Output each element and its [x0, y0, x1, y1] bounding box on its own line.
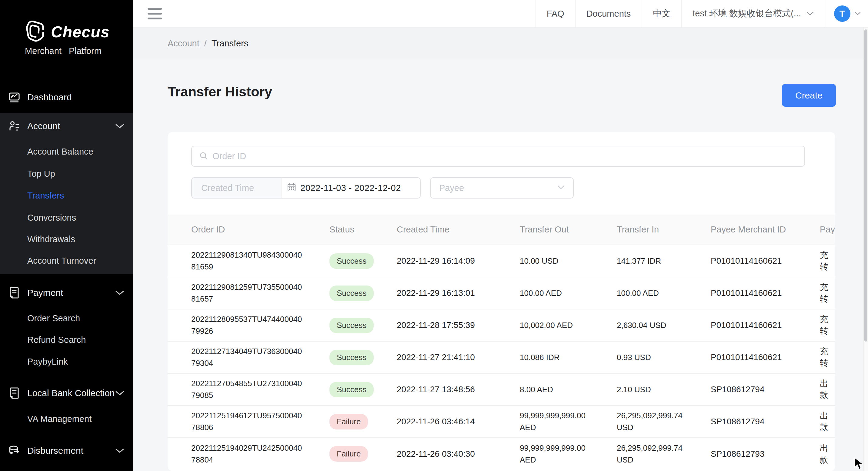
- cell-created-time: 2022-11-26 03:40:30: [388, 438, 509, 470]
- page-title: Transfer History: [167, 84, 272, 100]
- search-icon: [199, 151, 208, 161]
- cell-order-id: 20221128095537TU47440004079926: [167, 309, 319, 341]
- cell-transfer-in: 26,295,092,999.74 USD: [607, 406, 704, 438]
- cell-created-time: 2022-11-27 21:41:10: [388, 341, 509, 373]
- cell-transfer-in: 2.10 USD: [607, 373, 704, 406]
- main-content: Transfer History Create Order ID Created…: [133, 59, 868, 471]
- sidebar-item-withdrawals[interactable]: Withdrawals: [0, 229, 133, 249]
- table-row[interactable]: 20221129081259TU73550004081657 Success 2…: [167, 277, 835, 309]
- cell-transfer-out: 8.00 AED: [509, 373, 607, 406]
- cell-payee-merchant-id: SP108612793: [704, 438, 812, 470]
- payment-document-icon: [8, 286, 21, 299]
- breadcrumb-transfers: Transfers: [212, 38, 248, 48]
- transfers-table: Order ID Status Created Time Transfer Ou…: [167, 215, 835, 470]
- payee-select[interactable]: Payee: [430, 177, 574, 198]
- date-range-field[interactable]: 2022-11-03 - 2022-12-02: [282, 178, 420, 198]
- breadcrumb-band: Account / Transfers: [133, 28, 868, 59]
- table-row[interactable]: 20221128095537TU47440004079926 Success 2…: [167, 309, 835, 341]
- cell-transfer-in: 2,630.04 USD: [607, 309, 704, 341]
- sidebar-item-order-search[interactable]: Order Search: [0, 309, 133, 328]
- cell-created-time: 2022-11-29 16:13:01: [388, 277, 509, 309]
- sidebar-item-account-turnover[interactable]: Account Turnover: [0, 251, 133, 270]
- sidebar-item-dashboard[interactable]: Dashboard: [0, 88, 133, 107]
- sidebar-item-disbursement[interactable]: Disbursement: [0, 441, 133, 461]
- payee-placeholder: Payee: [439, 183, 557, 193]
- chevron-down-icon: [806, 11, 814, 16]
- account-icon: [8, 120, 21, 132]
- cell-order-id: 20221127054855TU27310004079085: [167, 373, 319, 406]
- status-badge: Success: [330, 350, 374, 365]
- cell-payee-type: 充转: [812, 277, 835, 309]
- sidebar-item-local-bank-collection[interactable]: Local Bank Collection: [0, 383, 133, 403]
- chevron-down-icon: [115, 290, 124, 295]
- table-row[interactable]: 20221127134049TU73630004079304 Success 2…: [167, 341, 835, 373]
- cell-transfer-in: 141.377 IDR: [607, 245, 704, 277]
- cell-transfer-out: 10.00 USD: [509, 245, 607, 277]
- table-row[interactable]: 20221129081340TU98430004081659 Success 2…: [167, 245, 835, 277]
- col-payee-merchant-id: Payee Merchant ID: [704, 215, 812, 245]
- table-header-row: Order ID Status Created Time Transfer Ou…: [167, 215, 835, 245]
- table-row[interactable]: 20221125194029TU24250004078804 Failure 2…: [167, 438, 835, 470]
- cell-payee-type: 充转: [812, 341, 835, 373]
- cell-payee-type: 出款: [812, 373, 835, 406]
- sidebar-item-transfers[interactable]: Transfers: [0, 186, 133, 205]
- col-transfer-out: Transfer Out: [509, 215, 607, 245]
- breadcrumb: Account / Transfers: [167, 38, 248, 48]
- mouse-cursor: [854, 457, 867, 471]
- cell-payee-merchant-id: P01010114160621: [704, 309, 812, 341]
- cell-transfer-in: 26,295,092,999.74 USD: [607, 438, 704, 470]
- status-badge: Failure: [330, 446, 368, 462]
- sidebar-item-va-management[interactable]: VA Management: [0, 409, 133, 429]
- cell-transfer-in: 0.93 USD: [607, 341, 704, 373]
- page-scrollbar[interactable]: [864, 28, 868, 471]
- col-order-id: Order ID: [167, 215, 319, 245]
- create-button[interactable]: Create: [782, 84, 836, 107]
- chevron-down-icon: [115, 391, 124, 396]
- sidebar-item-account-balance[interactable]: Account Balance: [0, 142, 133, 161]
- calendar-icon: [287, 183, 296, 193]
- scrollbar-thumb[interactable]: [864, 29, 867, 342]
- cell-payee-merchant-id: P01010114160621: [704, 341, 812, 373]
- nav-faq[interactable]: FAQ: [535, 0, 575, 27]
- chevron-down-icon: [115, 448, 124, 453]
- cell-transfer-out: 99,999,999,999.00 AED: [509, 406, 607, 438]
- workspace-dropdown[interactable]: test 环境 数娱收银台模式(...: [681, 0, 825, 27]
- nav-language[interactable]: 中文: [642, 0, 681, 27]
- menu-hamburger-icon[interactable]: [148, 8, 162, 20]
- sidebar-item-paybylink[interactable]: PaybyLink: [0, 352, 133, 371]
- status-badge: Success: [330, 318, 374, 333]
- breadcrumb-account[interactable]: Account: [167, 38, 199, 48]
- status-badge: Success: [330, 382, 374, 397]
- avatar[interactable]: T: [834, 5, 850, 22]
- order-id-search-input[interactable]: Order ID: [191, 146, 805, 167]
- sidebar-item-account[interactable]: Account: [0, 116, 133, 136]
- nav-documents[interactable]: Documents: [575, 0, 642, 27]
- order-id-placeholder: Order ID: [213, 151, 246, 161]
- brand-logo[interactable]: Checus: [26, 20, 110, 44]
- cell-order-id: 20221127134049TU73630004079304: [167, 341, 319, 373]
- sidebar-item-conversions[interactable]: Conversions: [0, 208, 133, 227]
- cell-created-time: 2022-11-27 13:48:56: [388, 373, 509, 406]
- sidebar-item-payment[interactable]: Payment: [0, 283, 133, 303]
- status-badge: Success: [330, 253, 374, 269]
- cell-payee-type: 充转: [812, 245, 835, 277]
- cell-transfer-in: 100.00 AED: [607, 277, 704, 309]
- cell-payee-merchant-id: P01010114160621: [704, 245, 812, 277]
- cell-transfer-out: 100.00 AED: [509, 277, 607, 309]
- col-transfer-in: Transfer In: [607, 215, 704, 245]
- sidebar: Checus Merchant Platform Dashboard Accou…: [0, 0, 133, 471]
- sidebar-item-refund-search[interactable]: Refund Search: [0, 330, 133, 349]
- cell-payee-type: 充转: [812, 309, 835, 341]
- cell-order-id: 20221125194029TU24250004078804: [167, 438, 319, 470]
- table-row[interactable]: 20221127054855TU27310004079085 Success 2…: [167, 373, 835, 406]
- cell-payee-merchant-id: SP108612794: [704, 373, 812, 406]
- cell-status: Failure: [319, 406, 388, 438]
- col-created-time: Created Time: [388, 215, 509, 245]
- sidebar-item-top-up[interactable]: Top Up: [0, 164, 133, 183]
- user-menu[interactable]: T: [825, 0, 868, 27]
- table-row[interactable]: 20221125194612TU95750004078806 Failure 2…: [167, 406, 835, 438]
- cell-status: Success: [319, 277, 388, 309]
- chevron-down-icon: [855, 12, 861, 15]
- cell-transfer-out: 10,002.00 AED: [509, 309, 607, 341]
- chevron-down-icon: [557, 185, 565, 191]
